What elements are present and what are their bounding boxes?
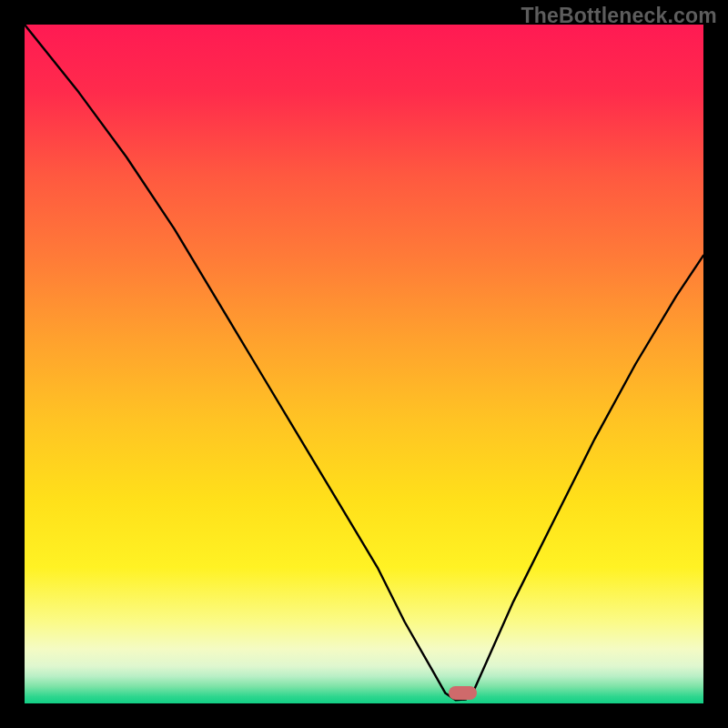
- optimal-marker: [449, 686, 477, 700]
- background-gradient: [25, 25, 703, 703]
- svg-rect-0: [25, 25, 703, 703]
- plot-area: [25, 25, 703, 703]
- chart-frame: TheBottleneck.com: [0, 0, 728, 728]
- watermark-text: TheBottleneck.com: [521, 4, 717, 28]
